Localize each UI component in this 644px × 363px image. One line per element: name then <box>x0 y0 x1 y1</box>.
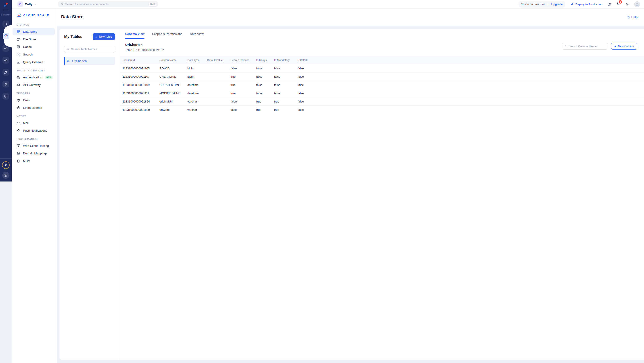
integrations-service-button[interactable] <box>2 81 9 88</box>
sidebar: CLOUD SCALE STORAGEData StoreFile StoreC… <box>12 9 57 182</box>
magic-wand-button[interactable] <box>2 161 10 169</box>
table-list: UrlShorten <box>64 57 115 65</box>
sidebar-item-mdm[interactable]: MDM <box>12 157 55 165</box>
main-area: Data Store Help My Tables + New Table <box>57 9 322 182</box>
push-bell-icon <box>16 129 20 133</box>
schema-table-header: Column IdColumn NameData TypeDefault val… <box>120 56 322 64</box>
section-label-host-manage: HOST & MANAGE <box>12 134 57 142</box>
sidebar-item-file-store[interactable]: File Store <box>12 35 55 43</box>
cell-data-type: varchar <box>188 108 207 111</box>
sidebar-item-cron[interactable]: Cron <box>12 96 55 104</box>
sidebar-item-label: Cron <box>23 99 30 102</box>
table-row[interactable]: 11831000000021829urlCodevarcharfalsetrue… <box>120 106 322 114</box>
data-store-card: My Tables + New Table UrlShorten Schema … <box>60 29 322 182</box>
table-list-item-urlshorten[interactable]: UrlShorten <box>64 57 115 65</box>
cell-column-name: CREATORID <box>160 75 188 78</box>
table-search[interactable] <box>64 46 115 53</box>
magic-wand-icon <box>4 163 8 167</box>
cell-column-name: CREATEDTIME <box>160 83 188 87</box>
tab-bar: Schema ViewScopes & PermissionsData View <box>120 29 322 39</box>
cache-icon <box>16 45 20 49</box>
project-switcher[interactable]: C Catly <box>18 1 37 7</box>
cell-is-mandatory: false <box>274 75 298 78</box>
chevron-down-icon <box>34 3 37 6</box>
cell-data-type: datetime <box>188 92 207 95</box>
my-tables-title: My Tables <box>64 35 82 39</box>
cell-search-indexed: false <box>230 67 256 70</box>
table-row[interactable]: 11831000000021105ROWIDbigintfalsefalsefa… <box>120 64 322 73</box>
cell-column-id: 11831000000021829 <box>122 108 160 111</box>
schema-table-body: 11831000000021105ROWIDbigintfalsefalsefa… <box>120 64 322 114</box>
sidebar-item-cache[interactable]: Cache <box>12 43 55 51</box>
cell-search-indexed: true <box>230 83 256 87</box>
sidebar-item-mail[interactable]: Mail <box>12 119 55 127</box>
api-gateway-icon <box>16 83 20 87</box>
column-header-data-type: Data Type <box>188 59 207 62</box>
table-name-heading: UrlShorten <box>125 43 164 47</box>
data-store-icon <box>16 30 20 34</box>
cell-column-id: 11831000000021824 <box>122 100 160 103</box>
astro-icon <box>4 70 8 74</box>
column-header-default-value: Default value <box>207 59 230 62</box>
apps-grid-icon <box>4 173 8 177</box>
sidebar-item-event-listener[interactable]: Event Listener <box>12 104 55 111</box>
sidebar-item-label: Domain Mappings <box>23 152 48 155</box>
cloud-scale-brand-icon <box>16 13 22 18</box>
sidebar-item-label: Event Listener <box>23 106 42 109</box>
event-listener-icon <box>16 106 20 110</box>
cell-is-unique: true <box>256 108 274 111</box>
apps-grid-button[interactable] <box>2 172 10 179</box>
project-avatar: C <box>18 1 23 7</box>
tab-scopes-permissions[interactable]: Scopes & Permissions <box>152 29 182 39</box>
sidebar-item-label: Data Store <box>23 30 38 33</box>
search-square-icon <box>16 53 20 56</box>
tab-schema-view[interactable]: Schema View <box>125 29 144 39</box>
top-bar: C Catly ⌘+K You're on Free Tier Upgrade … <box>12 0 322 9</box>
cell-is-unique: false <box>256 75 274 78</box>
table-row[interactable]: 11831000000021824originalUrlvarcharfalse… <box>120 97 322 106</box>
cell-pii-ephi: false <box>298 75 322 78</box>
sidebar-item-query-console[interactable]: Query Console <box>12 58 55 66</box>
cloud-scale-service-button[interactable] <box>3 33 9 39</box>
sidebar-item-label: Query Console <box>23 61 43 64</box>
table-row[interactable]: 11831000000021109CREATEDTIMEdatetimetrue… <box>120 81 322 89</box>
sidebar-item-data-store[interactable]: Data Store <box>12 28 55 35</box>
cell-column-name: ROWID <box>160 67 188 70</box>
cell-pii-ephi: false <box>298 92 322 95</box>
table-row[interactable]: 11831000000021107CREATORIDbiginttruefals… <box>120 73 322 81</box>
catalyst-logo-icon[interactable] <box>2 1 9 8</box>
sidebar-item-authentication[interactable]: AuthenticationNEW <box>12 73 55 81</box>
query-console-icon <box>16 60 20 64</box>
tab-data-view[interactable]: Data View <box>190 29 204 39</box>
cell-pii-ephi: false <box>298 108 322 111</box>
widgets-service-button[interactable] <box>2 57 9 64</box>
rail-divider <box>3 10 8 10</box>
new-table-button[interactable]: + New Table <box>93 33 115 40</box>
global-search[interactable]: ⌘+K <box>58 1 158 8</box>
table-name: UrlShorten <box>72 59 87 63</box>
cell-pii-ephi: false <box>298 67 322 70</box>
chat-icon <box>4 94 8 98</box>
table-row[interactable]: 11831000000021111MODIFIEDTIMEdatetimetru… <box>120 89 322 97</box>
domain-globe-icon <box>16 152 20 155</box>
table-search-input[interactable] <box>70 48 112 51</box>
content: My Tables + New Table UrlShorten Schema … <box>57 27 322 182</box>
sidebar-item-api-gateway[interactable]: API Gateway <box>12 81 55 89</box>
global-search-input[interactable] <box>64 3 149 6</box>
page-title: Data Store <box>61 14 84 20</box>
zia-service-button[interactable] <box>2 45 9 52</box>
chat-service-button[interactable] <box>2 93 9 100</box>
sidebar-item-domain-mappings[interactable]: Domain Mappings <box>12 150 55 157</box>
cell-data-type: datetime <box>188 83 207 87</box>
cell-search-indexed: true <box>230 75 256 78</box>
column-header-search-indexed: Search Indexed <box>230 59 256 62</box>
cell-is-mandatory: false <box>274 83 298 87</box>
astro-service-button[interactable] <box>2 69 9 76</box>
sidebar-item-push-notifications[interactable]: Push Notifications <box>12 127 55 134</box>
sidebar-item-web-client-hosting[interactable]: Web Client Hosting <box>12 142 55 150</box>
cell-is-unique: false <box>256 67 274 70</box>
sidebar-item-label: Search <box>23 53 33 56</box>
sidebar-item-search[interactable]: Search <box>12 51 55 58</box>
mail-icon <box>16 121 20 125</box>
cell-is-unique: true <box>256 100 274 103</box>
